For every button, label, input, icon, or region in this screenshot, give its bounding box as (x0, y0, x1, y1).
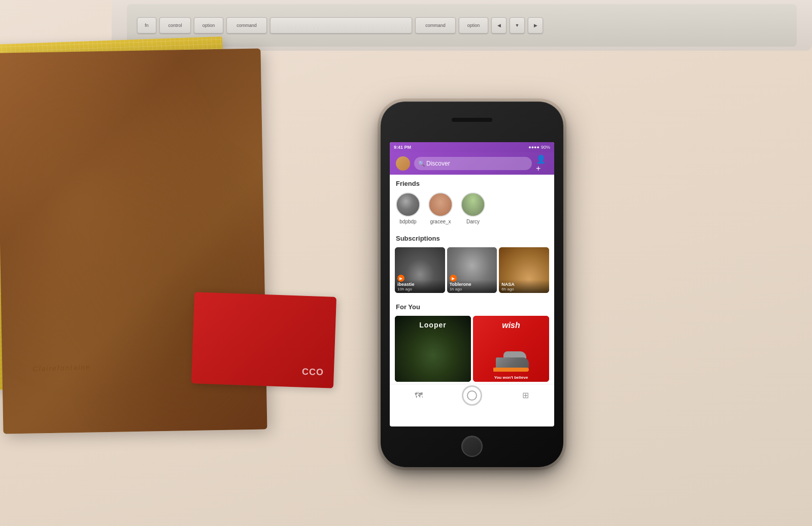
key-option-right[interactable]: option (459, 17, 488, 34)
friend-name-darcy: Darcy (466, 219, 480, 224)
sub-card-nasa-overlay: NASA 6h ago (499, 280, 549, 293)
key-command-right[interactable]: command (415, 17, 456, 34)
phone-body: 9:41 PM ●●●● 90% 🔍 Discover 👤+ Friends (381, 102, 563, 467)
phone-container: 9:41 PM ●●●● 90% 🔍 Discover 👤+ Friends (381, 102, 563, 467)
shoe-sole (493, 368, 529, 372)
subscriptions-row: ▶ ibeastie 10h ago ▶ Toblerone 1h ago (390, 245, 554, 298)
foryou-card-wish[interactable]: wish You won't believe (473, 316, 549, 382)
key-arrow-left[interactable]: ◀ (491, 17, 506, 34)
key-arrow-right[interactable]: ▶ (528, 17, 543, 34)
friend-avatar-gracee (428, 192, 453, 217)
sub-card-toblerone-time: 1h ago (450, 287, 495, 291)
sub-card-toblerone[interactable]: ▶ Toblerone 1h ago (447, 247, 497, 293)
foryou-wish-shoe (493, 351, 529, 372)
add-friend-button[interactable]: 👤+ (536, 157, 548, 170)
friends-section-title: Friends (390, 175, 554, 190)
nav-icon-grid[interactable]: ⊞ (519, 389, 531, 402)
search-icon: 🔍 (418, 160, 424, 167)
search-label: Discover (426, 160, 450, 167)
search-bar[interactable]: 🔍 Discover (414, 157, 532, 170)
foryou-wish-title: wish (473, 321, 549, 330)
foryou-section-title: For You (390, 298, 554, 314)
friend-avatar-bdpbdp (396, 192, 420, 217)
app-header: 🔍 Discover 👤+ (390, 152, 554, 175)
sub-card-ibeastie-name: ibeastie (397, 282, 443, 287)
phone-home-button[interactable] (461, 436, 483, 457)
friend-name-bdpbdp: bdpbdp (399, 219, 416, 224)
status-bar: 9:41 PM ●●●● 90% (390, 142, 554, 152)
sub-card-nasa-time: 6h ago (501, 287, 547, 291)
foryou-wish-caption: You won't believe (473, 375, 549, 380)
key-control[interactable]: control (159, 17, 191, 34)
friend-item-gracee[interactable]: gracee_x (428, 192, 453, 224)
camera-button[interactable] (462, 385, 482, 406)
nav-icon-map[interactable]: 🗺 (413, 389, 425, 402)
friend-avatar-darcy (461, 192, 485, 217)
sub-card-toblerone-overlay: Toblerone 1h ago (447, 280, 497, 293)
status-icons: ●●●● 90% (528, 145, 550, 150)
friends-row: bdpbdp gracee_x Darcy (390, 190, 554, 229)
app-bottom-nav: 🗺 ⊞ (390, 384, 554, 406)
phone-speaker (452, 118, 492, 122)
shoe-shape (493, 351, 529, 372)
sub-card-toblerone-name: Toblerone (450, 282, 495, 287)
app-content: Friends bdpbdp gracee_x Darcy (390, 175, 554, 406)
keyboard-inner: fn control option command command option… (127, 4, 797, 47)
camera-inner (467, 390, 477, 401)
key-space[interactable] (270, 17, 412, 34)
phone-screen[interactable]: 9:41 PM ●●●● 90% 🔍 Discover 👤+ Friends (390, 142, 554, 426)
sub-card-nasa[interactable]: NASA 6h ago (499, 247, 549, 293)
user-avatar[interactable] (396, 156, 410, 171)
key-option-left[interactable]: option (194, 17, 223, 34)
friend-item-darcy[interactable]: Darcy (461, 192, 485, 224)
key-command-left[interactable]: command (226, 17, 267, 34)
friend-item-bdpbdp[interactable]: bdpbdp (396, 192, 420, 224)
key-arrow-down[interactable]: ▼ (510, 17, 525, 34)
foryou-card-looper[interactable]: Looper (395, 316, 471, 382)
signal-icon: ●●●● (528, 145, 539, 150)
subscriptions-section-title: Subscriptions (390, 229, 554, 245)
sub-card-nasa-name: NASA (501, 282, 547, 287)
for-you-row: Looper wish You won't believe (390, 314, 554, 384)
red-card-text: CCO (302, 367, 324, 378)
foryou-looper-title: Looper (395, 321, 471, 329)
sub-card-ibeastie[interactable]: ▶ ibeastie 10h ago (395, 247, 445, 293)
sub-card-ibeastie-overlay: ibeastie 10h ago (395, 280, 445, 293)
battery-icon: 90% (541, 145, 550, 150)
sub-card-ibeastie-time: 10h ago (397, 287, 443, 291)
friend-name-gracee: gracee_x (430, 219, 451, 224)
red-card: CCO (191, 292, 336, 388)
status-time: 9:41 PM (394, 145, 411, 150)
key-fn[interactable]: fn (137, 17, 156, 34)
